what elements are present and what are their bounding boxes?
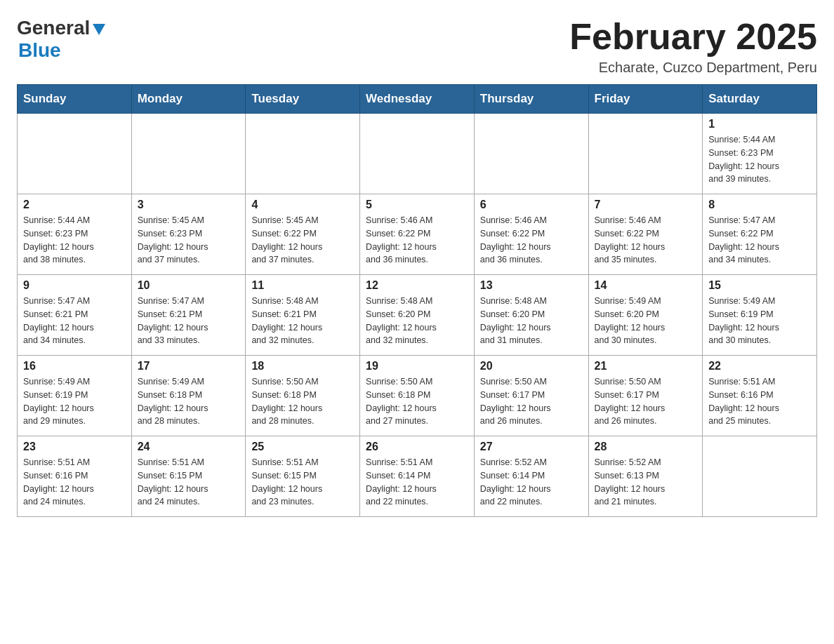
day-number: 2	[23, 199, 126, 211]
day-number: 3	[138, 199, 240, 211]
day-cell: 17Sunrise: 5:49 AM Sunset: 6:18 PM Dayli…	[131, 356, 246, 436]
day-number: 9	[23, 279, 126, 292]
day-info: Sunrise: 5:50 AM Sunset: 6:18 PM Dayligh…	[251, 375, 354, 428]
day-info: Sunrise: 5:46 AM Sunset: 6:22 PM Dayligh…	[366, 214, 468, 267]
day-info: Sunrise: 5:50 AM Sunset: 6:17 PM Dayligh…	[480, 375, 583, 428]
day-info: Sunrise: 5:49 AM Sunset: 6:20 PM Dayligh…	[595, 295, 697, 347]
title-block: February 2025 Echarate, Cuzco Department…	[569, 17, 817, 76]
day-number: 1	[708, 118, 811, 130]
day-cell: 4Sunrise: 5:45 AM Sunset: 6:22 PM Daylig…	[246, 194, 360, 275]
day-info: Sunrise: 5:51 AM Sunset: 6:16 PM Dayligh…	[708, 375, 811, 428]
day-cell: 24Sunrise: 5:51 AM Sunset: 6:15 PM Dayli…	[131, 436, 246, 517]
day-cell: 7Sunrise: 5:46 AM Sunset: 6:22 PM Daylig…	[588, 194, 703, 275]
day-number: 13	[480, 279, 583, 292]
day-info: Sunrise: 5:52 AM Sunset: 6:14 PM Dayligh…	[480, 456, 583, 509]
day-info: Sunrise: 5:52 AM Sunset: 6:13 PM Dayligh…	[595, 456, 697, 509]
day-cell: 12Sunrise: 5:48 AM Sunset: 6:20 PM Dayli…	[360, 275, 475, 356]
day-info: Sunrise: 5:51 AM Sunset: 6:14 PM Dayligh…	[366, 456, 468, 509]
day-number: 19	[366, 360, 468, 373]
day-number: 23	[23, 441, 126, 453]
week-row-3: 16Sunrise: 5:49 AM Sunset: 6:19 PM Dayli…	[18, 356, 817, 436]
month-title: February 2025	[569, 17, 817, 57]
day-info: Sunrise: 5:44 AM Sunset: 6:23 PM Dayligh…	[708, 133, 811, 186]
day-number: 16	[23, 360, 126, 373]
day-cell	[474, 114, 588, 194]
day-number: 18	[251, 360, 354, 373]
day-number: 25	[251, 441, 354, 453]
day-number: 12	[366, 279, 468, 292]
day-cell: 16Sunrise: 5:49 AM Sunset: 6:19 PM Dayli…	[18, 356, 132, 436]
week-row-0: 1Sunrise: 5:44 AM Sunset: 6:23 PM Daylig…	[18, 114, 817, 194]
day-cell: 5Sunrise: 5:46 AM Sunset: 6:22 PM Daylig…	[360, 194, 475, 275]
location-subtitle: Echarate, Cuzco Department, Peru	[569, 60, 817, 76]
day-cell	[588, 114, 703, 194]
day-cell: 9Sunrise: 5:47 AM Sunset: 6:21 PM Daylig…	[18, 275, 132, 356]
logo-blue-text: Blue	[18, 39, 61, 61]
logo-flag-icon	[93, 24, 105, 35]
day-cell: 13Sunrise: 5:48 AM Sunset: 6:20 PM Dayli…	[474, 275, 588, 356]
day-cell	[360, 114, 475, 194]
day-number: 17	[138, 360, 240, 373]
day-info: Sunrise: 5:48 AM Sunset: 6:21 PM Dayligh…	[251, 295, 354, 347]
logo-general-text: General	[17, 17, 90, 39]
weekday-header-thursday: Thursday	[474, 85, 588, 114]
day-cell: 6Sunrise: 5:46 AM Sunset: 6:22 PM Daylig…	[474, 194, 588, 275]
day-info: Sunrise: 5:50 AM Sunset: 6:18 PM Dayligh…	[366, 375, 468, 428]
day-number: 5	[366, 199, 468, 211]
day-number: 24	[138, 441, 240, 453]
day-info: Sunrise: 5:45 AM Sunset: 6:22 PM Dayligh…	[251, 214, 354, 267]
day-cell	[703, 436, 817, 517]
day-info: Sunrise: 5:46 AM Sunset: 6:22 PM Dayligh…	[480, 214, 583, 267]
day-info: Sunrise: 5:45 AM Sunset: 6:23 PM Dayligh…	[138, 214, 240, 267]
calendar-table: SundayMondayTuesdayWednesdayThursdayFrid…	[17, 84, 817, 517]
logo: General Blue	[17, 17, 105, 62]
day-cell: 11Sunrise: 5:48 AM Sunset: 6:21 PM Dayli…	[246, 275, 360, 356]
day-number: 14	[595, 279, 697, 292]
day-cell: 28Sunrise: 5:52 AM Sunset: 6:13 PM Dayli…	[588, 436, 703, 517]
day-cell: 20Sunrise: 5:50 AM Sunset: 6:17 PM Dayli…	[474, 356, 588, 436]
svg-marker-0	[93, 24, 105, 35]
weekday-header-saturday: Saturday	[703, 85, 817, 114]
day-cell: 8Sunrise: 5:47 AM Sunset: 6:22 PM Daylig…	[703, 194, 817, 275]
day-cell: 18Sunrise: 5:50 AM Sunset: 6:18 PM Dayli…	[246, 356, 360, 436]
day-cell: 14Sunrise: 5:49 AM Sunset: 6:20 PM Dayli…	[588, 275, 703, 356]
weekday-header-row: SundayMondayTuesdayWednesdayThursdayFrid…	[18, 85, 817, 114]
day-number: 28	[595, 441, 697, 453]
day-info: Sunrise: 5:48 AM Sunset: 6:20 PM Dayligh…	[366, 295, 468, 347]
day-number: 6	[480, 199, 583, 211]
day-info: Sunrise: 5:51 AM Sunset: 6:16 PM Dayligh…	[23, 456, 126, 509]
weekday-header-sunday: Sunday	[18, 85, 132, 114]
day-number: 8	[708, 199, 811, 211]
day-cell: 19Sunrise: 5:50 AM Sunset: 6:18 PM Dayli…	[360, 356, 475, 436]
day-cell	[131, 114, 246, 194]
day-number: 22	[708, 360, 811, 373]
day-cell: 25Sunrise: 5:51 AM Sunset: 6:15 PM Dayli…	[246, 436, 360, 517]
day-cell	[246, 114, 360, 194]
day-cell: 10Sunrise: 5:47 AM Sunset: 6:21 PM Dayli…	[131, 275, 246, 356]
day-info: Sunrise: 5:49 AM Sunset: 6:19 PM Dayligh…	[23, 375, 126, 428]
day-info: Sunrise: 5:47 AM Sunset: 6:22 PM Dayligh…	[708, 214, 811, 267]
day-cell: 2Sunrise: 5:44 AM Sunset: 6:23 PM Daylig…	[18, 194, 132, 275]
day-info: Sunrise: 5:51 AM Sunset: 6:15 PM Dayligh…	[138, 456, 240, 509]
day-cell: 21Sunrise: 5:50 AM Sunset: 6:17 PM Dayli…	[588, 356, 703, 436]
week-row-4: 23Sunrise: 5:51 AM Sunset: 6:16 PM Dayli…	[18, 436, 817, 517]
day-cell	[18, 114, 132, 194]
day-number: 21	[595, 360, 697, 373]
day-info: Sunrise: 5:49 AM Sunset: 6:18 PM Dayligh…	[138, 375, 240, 428]
day-info: Sunrise: 5:44 AM Sunset: 6:23 PM Dayligh…	[23, 214, 126, 267]
day-number: 7	[595, 199, 697, 211]
day-cell: 23Sunrise: 5:51 AM Sunset: 6:16 PM Dayli…	[18, 436, 132, 517]
day-info: Sunrise: 5:47 AM Sunset: 6:21 PM Dayligh…	[138, 295, 240, 347]
weekday-header-wednesday: Wednesday	[360, 85, 475, 114]
day-info: Sunrise: 5:51 AM Sunset: 6:15 PM Dayligh…	[251, 456, 354, 509]
day-number: 4	[251, 199, 354, 211]
day-cell: 26Sunrise: 5:51 AM Sunset: 6:14 PM Dayli…	[360, 436, 475, 517]
week-row-1: 2Sunrise: 5:44 AM Sunset: 6:23 PM Daylig…	[18, 194, 817, 275]
day-number: 20	[480, 360, 583, 373]
day-number: 26	[366, 441, 468, 453]
day-cell: 3Sunrise: 5:45 AM Sunset: 6:23 PM Daylig…	[131, 194, 246, 275]
day-info: Sunrise: 5:50 AM Sunset: 6:17 PM Dayligh…	[595, 375, 697, 428]
day-cell: 15Sunrise: 5:49 AM Sunset: 6:19 PM Dayli…	[703, 275, 817, 356]
day-number: 27	[480, 441, 583, 453]
day-info: Sunrise: 5:46 AM Sunset: 6:22 PM Dayligh…	[595, 214, 697, 267]
